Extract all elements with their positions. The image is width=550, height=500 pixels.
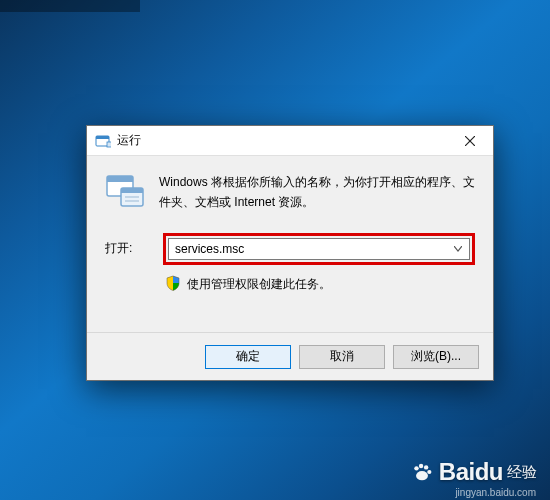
svg-rect-8 [121, 188, 143, 193]
run-program-icon [105, 172, 145, 212]
svg-point-12 [419, 464, 423, 468]
watermark-url: jingyan.baidu.com [455, 487, 536, 498]
cancel-button[interactable]: 取消 [299, 345, 385, 369]
close-icon [465, 136, 475, 146]
svg-rect-6 [107, 176, 133, 182]
svg-rect-1 [96, 136, 109, 139]
svg-point-14 [427, 470, 431, 474]
admin-privilege-text: 使用管理权限创建此任务。 [187, 276, 331, 293]
shield-icon [165, 275, 181, 295]
svg-point-15 [416, 471, 428, 480]
watermark: Baidu 经验 [411, 458, 536, 486]
chevron-down-icon[interactable] [451, 246, 465, 252]
input-highlight [163, 233, 475, 265]
button-row: 确定 取消 浏览(B)... [87, 332, 493, 380]
browse-button[interactable]: 浏览(B)... [393, 345, 479, 369]
paw-icon [411, 461, 433, 483]
run-dialog: 运行 [86, 125, 494, 381]
ok-button[interactable]: 确定 [205, 345, 291, 369]
taskbar-fragment [0, 0, 140, 12]
svg-rect-2 [107, 142, 111, 147]
dialog-title: 运行 [117, 132, 141, 149]
open-input[interactable] [175, 242, 451, 256]
titlebar[interactable]: 运行 [87, 126, 493, 156]
dialog-body: Windows 将根据你所输入的名称，为你打开相应的程序、文件夹、文档或 Int… [87, 156, 493, 305]
desktop-background: 运行 [0, 0, 550, 500]
close-button[interactable] [447, 126, 493, 156]
watermark-brand: Baidu [439, 458, 503, 486]
info-text: Windows 将根据你所输入的名称，为你打开相应的程序、文件夹、文档或 Int… [159, 172, 475, 213]
watermark-sub-brand: 经验 [507, 463, 536, 482]
svg-point-11 [414, 466, 418, 470]
run-dialog-icon [95, 133, 111, 149]
open-label: 打开: [105, 240, 153, 257]
svg-point-13 [424, 465, 428, 469]
open-combobox[interactable] [168, 238, 470, 260]
